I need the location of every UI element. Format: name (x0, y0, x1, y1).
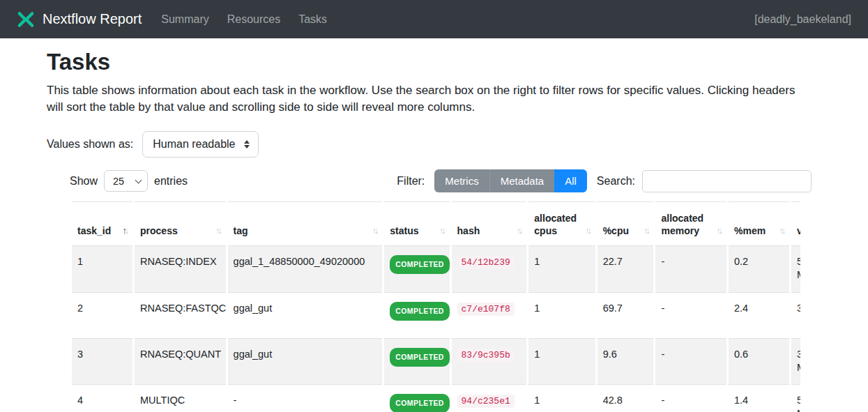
tasks-table: task_id↑↓process↑↓tag↑↓status↑↓hash↑↓all… (70, 201, 800, 412)
cell-hash: 54/12b239 (452, 246, 527, 292)
cell-tag: ggal_gut (228, 292, 383, 338)
search-input[interactable] (642, 170, 812, 192)
cell-task_id: 3 (72, 338, 132, 384)
col-header-hash[interactable]: hash↑↓ (452, 201, 527, 246)
search-label: Search: (597, 175, 635, 188)
cell-pmem: 0.6 (729, 338, 789, 384)
search-group: Search: (597, 170, 812, 192)
sort-icon: ↑↓ (372, 224, 379, 237)
table-row: 1RNASEQ:INDEXggal_1_48850000_49020000COM… (72, 246, 800, 292)
cell-allocated_memory: - (655, 292, 726, 338)
cell-tag: ggal_gut (228, 338, 383, 384)
cell-hash: 94/c235e1 (452, 384, 527, 412)
cell-process: MULTIQC (135, 384, 226, 412)
values-shown-label: Values shown as: (47, 138, 133, 151)
cell-status: COMPLETED (384, 338, 449, 384)
col-label: allocated cpus (534, 213, 577, 236)
sort-icon: ↑↓ (716, 224, 723, 237)
col-label: hash (457, 225, 480, 236)
cell-vmem: 368.95 MB (791, 338, 800, 384)
values-shown-selected: Human readable (153, 138, 235, 151)
cell-task_id: 4 (72, 384, 132, 412)
col-label: vmem (797, 225, 800, 236)
table-controls: Show 25 entries Filter: MetricsMetadataA… (70, 169, 812, 192)
cell-status: COMPLETED (384, 246, 449, 292)
page-length-select[interactable]: 25 (104, 170, 148, 192)
chevron-down-icon (135, 176, 142, 183)
cell-allocated_cpus: 1 (528, 338, 595, 384)
col-label: %cpu (603, 225, 629, 236)
col-label: process (140, 225, 178, 236)
col-label: %mem (734, 225, 766, 236)
filter-label: Filter: (397, 175, 425, 188)
cell-tag: ggal_1_48850000_49020000 (228, 246, 383, 292)
cell-pcpu: 9.6 (597, 338, 654, 384)
values-shown-select[interactable]: Human readable (142, 131, 258, 158)
col-header-allocated_cpus[interactable]: allocated cpus↑↓ (528, 201, 595, 246)
show-label: Show (70, 175, 98, 188)
brand-title: Nextflow Report (43, 11, 142, 27)
cell-process: RNASEQ:FASTQC (135, 292, 226, 338)
run-name: [deadly_baekeland] (754, 13, 851, 26)
values-shown-row: Values shown as: Human readable (47, 131, 821, 158)
entries-label: entries (154, 175, 188, 188)
sort-icon: ↑↓ (585, 224, 592, 237)
cell-pcpu: 69.7 (597, 292, 654, 338)
cell-allocated_cpus: 1 (528, 246, 595, 292)
col-header-status[interactable]: status↑↓ (384, 201, 449, 246)
col-header-vmem[interactable]: vmem↑↓ (791, 201, 800, 246)
cell-process: RNASEQ:INDEX (135, 246, 226, 292)
task-hash: 54/12b239 (457, 256, 515, 269)
col-label: tag (234, 225, 248, 236)
status-badge: COMPLETED (390, 394, 450, 412)
nextflow-logo-icon (17, 10, 35, 29)
cell-task_id: 2 (72, 292, 132, 338)
sort-icon: ↑↓ (517, 224, 524, 237)
cell-process: RNASEQ:QUANT (135, 338, 226, 384)
col-header-tag[interactable]: tag↑↓ (228, 201, 383, 246)
col-header-pmem[interactable]: %mem↑↓ (729, 201, 789, 246)
cell-vmem: 3.002 GB (791, 292, 800, 338)
status-badge: COMPLETED (390, 255, 450, 274)
cell-pmem: 2.4 (729, 292, 789, 338)
task-hash: c7/e107f8 (457, 303, 515, 316)
col-header-pcpu[interactable]: %cpu↑↓ (597, 201, 654, 246)
filter-all-button[interactable]: All (554, 169, 587, 192)
nav-summary[interactable]: Summary (161, 13, 208, 26)
filter-button-group: MetricsMetadataAll (434, 169, 587, 192)
cell-pmem: 1.4 (729, 384, 789, 412)
status-badge: COMPLETED (390, 348, 450, 367)
sort-icon: ↑↓ (644, 224, 650, 237)
cell-vmem: 571.58 MB (791, 384, 800, 412)
col-label: status (390, 225, 418, 236)
cell-allocated_cpus: 1 (528, 384, 595, 412)
cell-pmem: 0.2 (729, 246, 789, 292)
col-label: allocated memory (661, 213, 703, 236)
page-length-group: Show 25 entries (70, 170, 188, 192)
table-row: 4MULTIQC-COMPLETED94/c235e1142.8-1.4571.… (72, 384, 800, 412)
cell-pcpu: 42.8 (597, 384, 654, 412)
cell-allocated_cpus: 1 (528, 292, 595, 338)
cell-status: COMPLETED (384, 292, 449, 338)
cell-hash: 83/9c395b (452, 338, 527, 384)
sort-icon: ↑↓ (123, 224, 130, 237)
task-hash: 94/c235e1 (457, 395, 515, 408)
sort-icon: ↑↓ (779, 224, 786, 237)
nav-resources[interactable]: Resources (227, 13, 280, 26)
filter-metadata-button[interactable]: Metadata (489, 169, 555, 192)
page-length-value: 25 (113, 176, 124, 187)
col-header-allocated_memory[interactable]: allocated memory↑↓ (655, 201, 726, 246)
brand-link[interactable]: Nextflow Report (17, 10, 142, 29)
col-header-process[interactable]: process↑↓ (135, 201, 226, 246)
tasks-table-wrapper[interactable]: task_id↑↓process↑↓tag↑↓status↑↓hash↑↓all… (70, 201, 800, 412)
filter-search-group: Filter: MetricsMetadataAll Search: (397, 169, 812, 192)
status-badge: COMPLETED (390, 302, 450, 321)
cell-hash: c7/e107f8 (452, 292, 527, 338)
col-header-task_id[interactable]: task_id↑↓ (72, 201, 132, 246)
filter-metrics-button[interactable]: Metrics (434, 169, 489, 192)
cell-allocated_memory: - (655, 384, 726, 412)
table-row: 3RNASEQ:QUANTggal_gutCOMPLETED83/9c395b1… (72, 338, 800, 384)
cell-vmem: 52.016 MB (791, 246, 800, 292)
table-header-row: task_id↑↓process↑↓tag↑↓status↑↓hash↑↓all… (72, 201, 800, 246)
nav-tasks[interactable]: Tasks (298, 13, 327, 26)
